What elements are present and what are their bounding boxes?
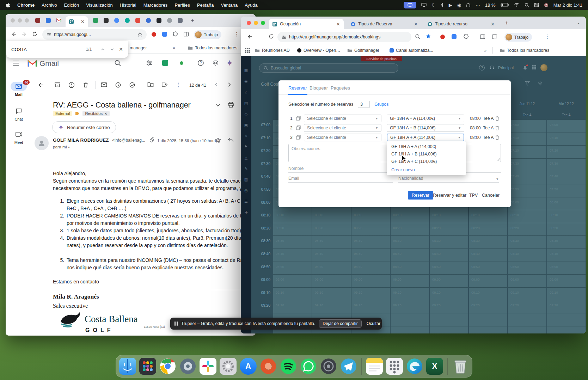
more-actions-icon[interactable]: ⋮ xyxy=(176,81,181,88)
stop-sharing-button[interactable]: Dejar de compartir xyxy=(319,319,361,328)
menu-clock[interactable]: Mar 2 dic 1:41 xyxy=(553,2,582,8)
whatsapp-icon[interactable] xyxy=(300,358,317,375)
nav-meet[interactable]: Meet xyxy=(6,130,32,145)
apps-grid-icon[interactable] xyxy=(245,45,250,56)
gemini-sparkle-icon[interactable] xyxy=(226,60,233,66)
row-tee[interactable]: Tee A xyxy=(483,116,494,121)
minimize-window-button[interactable] xyxy=(18,18,22,23)
chrome-profile-chip[interactable]: Trabajo xyxy=(504,33,532,42)
tab-favicon[interactable] xyxy=(157,18,161,23)
tab-favicon[interactable] xyxy=(178,18,183,23)
modal-tab-bloquear[interactable]: Bloquear xyxy=(310,85,328,91)
bookmark-star-icon[interactable] xyxy=(425,33,431,39)
tab-tipos-reserva[interactable]: Tipos de Reserva ✕ xyxy=(347,19,421,29)
back-icon[interactable] xyxy=(11,31,17,37)
bookmark-overview[interactable]: Overview - OpenA... xyxy=(297,45,341,56)
search-mail-icon[interactable] xyxy=(114,60,121,67)
menu-edicion[interactable]: Edición xyxy=(64,2,79,8)
url-bar[interactable]: https://mail.googl... xyxy=(42,29,147,40)
dropdown-option[interactable]: GF 18H A + C (114,00€) xyxy=(387,158,466,165)
wifi-icon[interactable] xyxy=(514,3,520,7)
rate-select[interactable]: GF 18H A + B (114,00€)▼ xyxy=(387,124,464,132)
reload-icon[interactable] xyxy=(268,33,274,39)
menu-perfiles[interactable]: Perfiles xyxy=(174,2,190,8)
forward-icon[interactable] xyxy=(21,31,27,37)
older-email-icon[interactable] xyxy=(226,82,232,87)
headphones-icon[interactable] xyxy=(466,3,471,7)
menu-marcadores[interactable]: Marcadores xyxy=(143,2,168,8)
screen-sharing-indicator[interactable] xyxy=(404,2,416,8)
bookmarks-overflow-icon[interactable]: » xyxy=(173,42,175,54)
nav-chat[interactable]: Chat xyxy=(6,106,32,121)
create-new-option[interactable]: Crear nuevo xyxy=(387,166,466,173)
add-to-tasks-icon[interactable] xyxy=(129,82,135,88)
menu-pestana[interactable]: Pestaña xyxy=(197,2,214,8)
menu-visualizacion[interactable]: Visualización xyxy=(86,2,113,8)
recipient-row[interactable]: para mí ▾ xyxy=(53,145,70,149)
play-icon[interactable]: ▶ xyxy=(449,2,452,8)
find-query-input[interactable]: COSTA xyxy=(11,47,82,52)
telegram-icon[interactable] xyxy=(340,358,357,375)
menu-historial[interactable]: Historial xyxy=(120,2,136,8)
tab-favicon[interactable] xyxy=(104,18,109,23)
find-next-icon[interactable] xyxy=(110,47,115,52)
email-input[interactable]: Email xyxy=(288,175,393,183)
inbox-label-chip[interactable]: Recibidos✕ xyxy=(82,111,110,116)
client-select[interactable]: Seleccione el cliente▼ xyxy=(304,115,381,122)
tab-ocupacion[interactable]: Ocupación ✕ xyxy=(269,19,344,29)
tab-favicon[interactable] xyxy=(167,18,172,23)
camera-app-icon[interactable] xyxy=(320,358,337,375)
row-time[interactable]: 08:00 xyxy=(470,125,481,130)
print-icon[interactable] xyxy=(228,102,234,108)
cast-icon[interactable] xyxy=(492,34,497,39)
star-icon[interactable] xyxy=(215,137,221,143)
more-icon[interactable]: ⋯ xyxy=(476,2,480,8)
trash-icon[interactable] xyxy=(452,358,469,375)
tee-sheet-column[interactable]: 07:0007:1007:2007:3007:4007:5008:0008:10… xyxy=(508,119,546,333)
user-switcher-icon[interactable] xyxy=(544,3,549,7)
zoom-window-button[interactable] xyxy=(261,21,265,25)
find-previous-icon[interactable] xyxy=(100,47,105,52)
chrome-icon[interactable] xyxy=(159,358,176,375)
sender-avatar[interactable] xyxy=(35,136,49,150)
display-icon[interactable] xyxy=(421,3,427,7)
summarize-email-button[interactable]: Resumir este correo xyxy=(52,121,116,133)
groups-link[interactable]: Grupos xyxy=(374,102,388,107)
active-tab[interactable]: ✕ xyxy=(66,16,88,27)
reservar-y-editar-button[interactable]: Reservar y editar xyxy=(433,191,466,200)
finder-icon[interactable] xyxy=(119,358,136,375)
tab-favicon[interactable] xyxy=(114,18,119,23)
back-icon[interactable] xyxy=(246,33,253,40)
hamburger-menu-icon[interactable] xyxy=(13,61,19,66)
sidebar-icon[interactable] xyxy=(183,31,189,37)
hide-button[interactable]: Ocultar xyxy=(365,321,382,326)
rate-select[interactable]: GF 18H A + A (114,00€)▼ xyxy=(387,115,464,122)
extension-blue-icon[interactable] xyxy=(452,34,457,39)
apple-menu-icon[interactable] xyxy=(6,2,10,8)
url-text[interactable]: https://mail.googl... xyxy=(54,32,91,37)
newer-email-icon[interactable] xyxy=(214,82,219,87)
row-time[interactable]: 08:00 xyxy=(470,116,481,121)
row-tee[interactable]: Tee A xyxy=(483,125,494,130)
bookmark-canal[interactable]: Canal automatiza... xyxy=(390,45,433,56)
tee-sheet-column[interactable]: 07:0007:1007:2007:3007:4007:5008:0008:10… xyxy=(547,119,586,333)
url-bar[interactable]: https://eu.golfmanager.app/demoalex/book… xyxy=(277,32,411,42)
extensions-puzzle-icon[interactable] xyxy=(173,31,178,37)
menu-archivo[interactable]: Archivo xyxy=(42,2,57,8)
control-center-icon[interactable] xyxy=(534,3,539,7)
extension-green-icon[interactable] xyxy=(162,60,168,66)
back-to-inbox-icon[interactable] xyxy=(37,82,44,88)
move-to-icon[interactable] xyxy=(147,82,154,87)
collapse-icon[interactable] xyxy=(215,102,221,108)
side-panel-icon[interactable] xyxy=(480,34,485,39)
mark-unread-icon[interactable] xyxy=(101,82,107,87)
tab-favicon[interactable] xyxy=(125,18,130,23)
reply-icon[interactable] xyxy=(228,137,234,142)
bookmark-golfmanager[interactable]: Golfmanager xyxy=(347,45,379,56)
chrome-profile-chip[interactable]: Trabajo xyxy=(194,30,221,39)
client-select[interactable]: Seleccione el cliente▼ xyxy=(304,124,381,132)
delete-icon[interactable] xyxy=(82,82,89,88)
duplicate-icon[interactable] xyxy=(296,135,301,140)
snooze-icon[interactable] xyxy=(115,82,121,88)
app-store-icon[interactable]: A xyxy=(240,358,257,375)
